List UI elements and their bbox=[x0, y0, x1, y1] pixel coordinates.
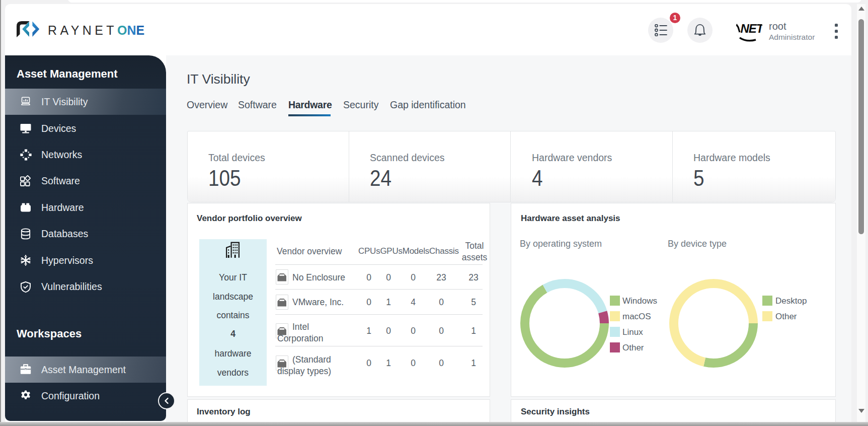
svg-text:ONE: ONE bbox=[117, 23, 144, 37]
svg-text:NET: NET bbox=[741, 22, 764, 35]
svg-text:RAYNET: RAYNET bbox=[48, 23, 117, 37]
